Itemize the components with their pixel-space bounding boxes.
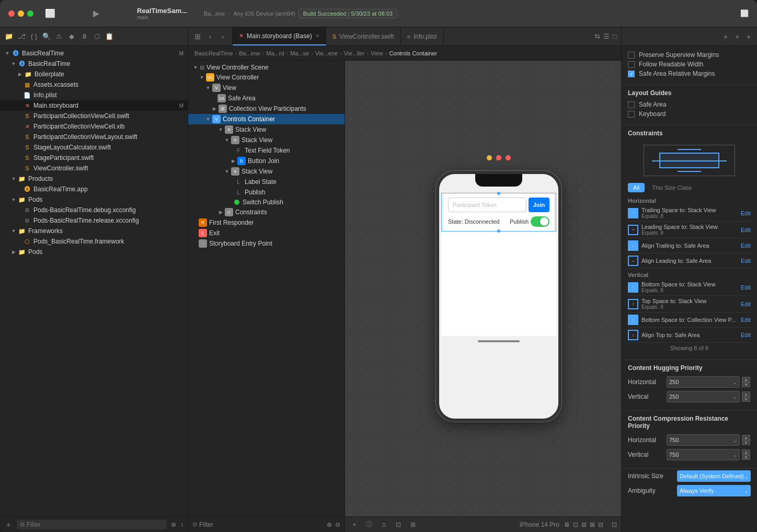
folder-icon[interactable]: 📁: [4, 32, 14, 41]
stepper-compress-h[interactable]: ▲ ▼: [742, 435, 750, 445]
list-item[interactable]: Switch Publish: [188, 198, 345, 207]
stepper-up[interactable]: ▲: [742, 435, 750, 440]
filter-bar[interactable]: ⊙: [17, 520, 167, 529]
minus-icon[interactable]: ⊖: [335, 521, 340, 528]
canvas-maximize-icon[interactable]: ⊡: [612, 521, 617, 528]
list-item[interactable]: → Storyboard Entry Point: [188, 238, 345, 249]
zoom-icon-2[interactable]: ⊡: [573, 521, 578, 528]
edit-button[interactable]: Edit: [741, 210, 751, 216]
warning-icon[interactable]: ⚠: [54, 32, 64, 41]
report-icon[interactable]: 📋: [105, 32, 114, 41]
breadcrumb-item[interactable]: Vie...ller: [344, 50, 365, 56]
add-constraint-button-2[interactable]: +: [733, 32, 741, 41]
list-item[interactable]: ✕ ParticipantCollectionViewCell.xib: [0, 121, 188, 132]
tab-all[interactable]: All: [628, 183, 645, 192]
edit-button[interactable]: Edit: [741, 242, 751, 249]
filter-sort-icon[interactable]: ↕: [180, 521, 183, 528]
debug-icon[interactable]: ⏸: [79, 32, 89, 41]
breakpoint-icon[interactable]: ⬡: [92, 32, 101, 41]
list-item[interactable]: ▶ C Constraints: [188, 207, 345, 217]
breadcrumb-item[interactable]: View: [371, 50, 383, 56]
vcs-icon[interactable]: ⎇: [17, 32, 26, 41]
list-item[interactable]: ▶ ⊞ Collection View Participants: [188, 103, 345, 114]
filter-input[interactable]: [27, 521, 164, 528]
edit-button[interactable]: Edit: [741, 332, 751, 338]
checkbox-preserve[interactable]: [628, 52, 635, 59]
edit-button[interactable]: Edit: [741, 317, 751, 323]
assistant-editor-icon[interactable]: ⇆: [594, 32, 600, 40]
list-item[interactable]: ▼ ⊞ View Controller Scene: [188, 63, 345, 72]
list-item[interactable]: ▼ 📁 Frameworks: [0, 226, 188, 236]
add-constraint-button[interactable]: +: [721, 32, 730, 41]
breadcrumb-item[interactable]: Controls Container: [389, 50, 437, 56]
breadcrumb-item[interactable]: Ma...se: [290, 50, 309, 56]
list-item[interactable]: R First Responder: [188, 217, 345, 228]
list-item[interactable]: ⚙ Pods-BasicRealTime.debug.xcconfig: [0, 205, 188, 215]
stepper-down[interactable]: ▼: [742, 397, 750, 402]
add-file-button[interactable]: +: [4, 521, 13, 529]
list-item[interactable]: ▼ ≡ Stack View: [188, 124, 345, 135]
list-item[interactable]: ✕ Main.storyboard M: [0, 100, 188, 111]
test-icon[interactable]: ◆: [67, 32, 76, 41]
editor-actions-icon[interactable]: □: [613, 32, 617, 40]
list-item[interactable]: ▶ B Button Join: [188, 156, 345, 166]
inspector-panel-icon[interactable]: ⬜: [740, 9, 749, 17]
canvas-info-icon[interactable]: ⓘ: [364, 519, 374, 530]
tab-size-class[interactable]: This Size Class: [647, 183, 697, 192]
list-item[interactable]: ▼ V Controls Container: [188, 114, 345, 124]
close-button[interactable]: [8, 10, 15, 17]
breadcrumb-item[interactable]: Ma...rd: [266, 50, 284, 56]
breadcrumb-item[interactable]: BasicRealTime: [194, 50, 233, 56]
priority-h-select[interactable]: 250 ⌄: [667, 376, 740, 388]
list-item[interactable]: S ParticipantCollectionViewLayout.swift: [0, 132, 188, 142]
run-button[interactable]: ▶: [93, 8, 99, 18]
list-item[interactable]: L Publish: [188, 187, 345, 198]
compress-h-select[interactable]: 750 ⌄: [667, 434, 740, 446]
zoom-icon-5[interactable]: ⊟: [598, 521, 603, 528]
filter-options-icon[interactable]: ⊕: [171, 521, 176, 528]
maximize-button[interactable]: [27, 10, 33, 17]
list-item[interactable]: ▦ Assets.xcassets: [0, 79, 188, 90]
edit-button[interactable]: Edit: [741, 258, 751, 264]
tab-viewcontroller[interactable]: S ViewController.swift: [326, 27, 401, 45]
list-item[interactable]: E Exit: [188, 228, 345, 238]
stepper-up[interactable]: ▲: [742, 377, 750, 382]
checkbox-safearea-guide[interactable]: [628, 101, 635, 108]
join-button[interactable]: Join: [529, 198, 549, 212]
breadcrumb-item[interactable]: Vie...ene: [315, 50, 338, 56]
sidebar-toggle-icon[interactable]: ⬜: [45, 8, 55, 18]
edit-button[interactable]: Edit: [741, 227, 751, 233]
plus-icon[interactable]: ⊕: [327, 521, 332, 528]
zoom-icon-1[interactable]: 🖥: [564, 521, 570, 528]
edit-button[interactable]: Edit: [741, 284, 751, 291]
symbol-icon[interactable]: { }: [29, 32, 39, 41]
stepper-up[interactable]: ▲: [742, 449, 750, 455]
tab-close-icon[interactable]: ✕: [315, 33, 319, 39]
list-item[interactable]: S StageLayoutCalculator.swift: [0, 142, 188, 153]
list-item[interactable]: S ViewController.swift: [0, 163, 188, 174]
list-item[interactable]: ▶ 📁 Boilerplate: [0, 69, 188, 79]
breadcrumb-item[interactable]: Ba...ime: [239, 50, 260, 56]
publish-toggle[interactable]: [531, 216, 549, 227]
list-item[interactable]: 📄 Info.plist: [0, 90, 188, 100]
list-item[interactable]: ▼ 🅐 BasicRealTime M: [0, 48, 188, 59]
canvas-area[interactable]: ▶: [345, 61, 621, 532]
checkbox-keyboard[interactable]: [628, 111, 635, 118]
stepper-compress-v[interactable]: ▲ ▼: [742, 449, 750, 460]
canvas-warn-icon[interactable]: ⚠: [378, 519, 389, 530]
tab-infoplist[interactable]: ≡ Info.plist: [401, 27, 444, 45]
list-item[interactable]: ▼ 📁 Products: [0, 174, 188, 184]
list-item[interactable]: ▼ VC View Controller: [188, 72, 345, 83]
list-item[interactable]: ▼ 🅐 BasicRealTime: [0, 59, 188, 69]
canvas-zoom-fit-icon[interactable]: ⊡: [393, 519, 404, 530]
edit-button[interactable]: Edit: [741, 301, 751, 307]
list-item[interactable]: ▼ ≡ Stack View: [188, 166, 345, 177]
list-item[interactable]: F Text Field Token: [188, 145, 345, 156]
list-item[interactable]: S StageParticipant.swift: [0, 153, 188, 163]
forward-button[interactable]: ›: [217, 31, 228, 42]
stepper-up[interactable]: ▲: [742, 391, 750, 397]
list-item[interactable]: ▼ 📁 Pods: [0, 194, 188, 205]
stepper-down[interactable]: ▼: [742, 440, 750, 445]
intrinsic-select[interactable]: Default (System Defined) ⌄: [677, 470, 751, 482]
compress-v-select[interactable]: 750 ⌄: [667, 449, 740, 460]
